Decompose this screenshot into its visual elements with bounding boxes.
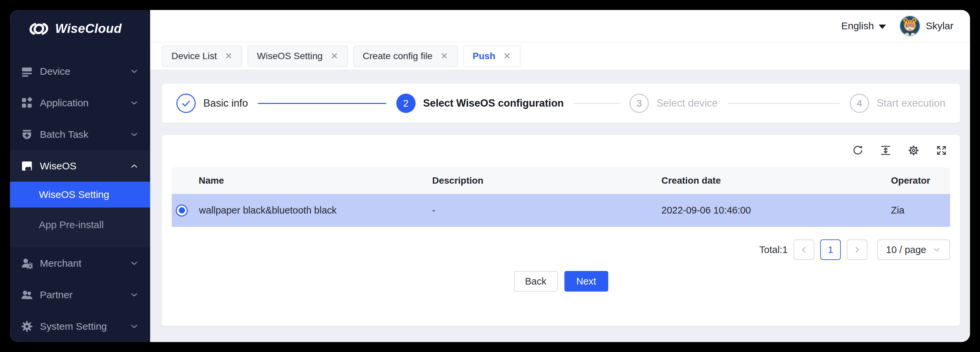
chevron-down-icon (130, 67, 139, 76)
sidebar-subitem-label: WiseOS Setting (39, 189, 109, 200)
step-label: Start execution (877, 97, 945, 109)
language-label: English (841, 20, 874, 32)
step-label: Select WiseOS configuration (423, 97, 564, 109)
page-1-button[interactable]: 1 (820, 239, 841, 260)
chevron-up-icon (130, 162, 139, 171)
sidebar-item-wiseos[interactable]: WiseOS (10, 150, 150, 182)
chevron-down-icon (130, 322, 139, 331)
step-number: 3 (630, 94, 649, 113)
cell-name: wallpaper black&bluetooth black (172, 205, 424, 217)
system-setting-icon (21, 320, 33, 332)
table-toolbar (172, 142, 950, 159)
sidebar-item-label: System Setting (40, 321, 130, 332)
step-number: 4 (850, 94, 869, 113)
cell-creation-date: 2022-09-06 10:46:00 (654, 205, 883, 216)
partner-icon (21, 289, 33, 301)
sidebar-item-system-setting[interactable]: System Setting (10, 311, 150, 342)
sidebar-nav: Device Application (10, 48, 150, 342)
step-label: Select device (656, 97, 718, 109)
username: Skylar (926, 20, 953, 32)
chevron-down-icon (130, 98, 139, 108)
page-size-select[interactable]: 10 / page (877, 239, 950, 260)
prev-page-button[interactable] (794, 239, 814, 260)
back-button[interactable]: Back (514, 271, 558, 292)
sidebar: WiseCloud Device (10, 10, 150, 342)
app-window: WiseCloud Device (10, 10, 970, 342)
close-icon[interactable]: ✕ (441, 51, 448, 62)
open-tabs-bar: Device List ✕ WiseOS Setting ✕ Create co… (150, 42, 970, 70)
chevron-down-icon (130, 259, 139, 268)
sidebar-item-application[interactable]: Application (10, 87, 150, 119)
configuration-table-card: Name Description Creation date Operator … (162, 135, 960, 326)
application-icon (21, 97, 33, 109)
tab-label: Create config file (363, 51, 433, 62)
tab-push[interactable]: Push ✕ (463, 46, 520, 67)
step-connector (727, 103, 840, 104)
wisecloud-logo-icon (29, 22, 49, 36)
merchant-icon (21, 257, 33, 269)
chevron-down-icon (932, 245, 942, 254)
brand-name: WiseCloud (55, 22, 122, 36)
tab-device-list[interactable]: Device List ✕ (162, 46, 242, 67)
tab-label: WiseOS Setting (257, 51, 323, 62)
row-name-text: wallpaper black&bluetooth black (199, 205, 337, 216)
page-size-value: 10 / page (886, 244, 926, 255)
step-connector (574, 103, 620, 104)
next-button[interactable]: Next (565, 271, 608, 292)
row-height-icon[interactable] (880, 144, 892, 156)
column-header-operator: Operator (883, 175, 950, 186)
avatar (899, 15, 921, 36)
refresh-icon[interactable] (852, 144, 864, 156)
step-connector (258, 103, 386, 104)
content-area: Basic info 2 Select WiseOS configuration… (150, 70, 970, 342)
wizard-stepper: Basic info 2 Select WiseOS configuration… (162, 84, 960, 123)
radio-selected-icon[interactable] (176, 205, 188, 217)
table-header: Name Description Creation date Operator (172, 167, 950, 194)
gear-icon[interactable] (908, 144, 920, 156)
wizard-actions: Back Next (172, 271, 950, 292)
step-basic-info: Basic info (177, 94, 248, 113)
column-header-description: Description (424, 175, 654, 186)
column-header-name: Name (172, 175, 424, 186)
step-select-device: 3 Select device (630, 94, 718, 113)
main-area: English (150, 10, 970, 342)
chevron-down-icon (130, 130, 139, 139)
sidebar-item-label: Merchant (40, 258, 130, 269)
sidebar-item-label: Application (40, 97, 130, 109)
user-menu[interactable]: Skylar (899, 15, 953, 36)
step-done-check-icon (177, 94, 196, 113)
sidebar-subitem-wiseos-setting[interactable]: WiseOS Setting (10, 182, 150, 208)
close-icon[interactable]: ✕ (225, 51, 232, 62)
sidebar-item-merchant[interactable]: Merchant (10, 247, 150, 279)
close-icon[interactable]: ✕ (331, 51, 338, 62)
device-icon (21, 65, 33, 78)
tab-create-config-file[interactable]: Create config file ✕ (353, 46, 458, 67)
table-row[interactable]: wallpaper black&bluetooth black - 2022-0… (172, 194, 950, 227)
tab-wiseos-setting[interactable]: WiseOS Setting ✕ (248, 46, 348, 67)
sidebar-item-label: Device (40, 66, 130, 77)
wiseos-icon (21, 160, 33, 172)
sidebar-item-batch-task[interactable]: Batch Task (10, 119, 150, 150)
brand-logo: WiseCloud (10, 10, 150, 48)
step-number: 2 (396, 94, 415, 113)
tab-label: Device List (172, 51, 217, 62)
topbar: English (150, 10, 970, 42)
step-label: Basic info (203, 97, 248, 109)
sidebar-item-label: Partner (40, 289, 130, 301)
step-start-execution: 4 Start execution (850, 94, 945, 113)
next-page-button[interactable] (847, 239, 867, 260)
sidebar-subitem-app-pre-install[interactable]: App Pre-install (10, 209, 150, 241)
sidebar-group-wiseos: WiseOS WiseOS Setting App Pre-install (10, 150, 150, 247)
cell-description: - (424, 205, 654, 216)
sidebar-item-device[interactable]: Device (10, 55, 150, 87)
sidebar-item-label: WiseOS (40, 160, 130, 172)
cell-operator: Zia (883, 205, 950, 216)
caret-down-icon (879, 25, 886, 29)
step-select-wiseos-configuration: 2 Select WiseOS configuration (396, 94, 564, 113)
language-selector[interactable]: English (841, 20, 886, 32)
sidebar-item-label: Batch Task (40, 129, 130, 140)
column-header-creation-date: Creation date (654, 175, 883, 186)
close-icon[interactable]: ✕ (503, 51, 511, 62)
sidebar-item-partner[interactable]: Partner (10, 279, 150, 311)
fullscreen-icon[interactable] (935, 144, 947, 156)
